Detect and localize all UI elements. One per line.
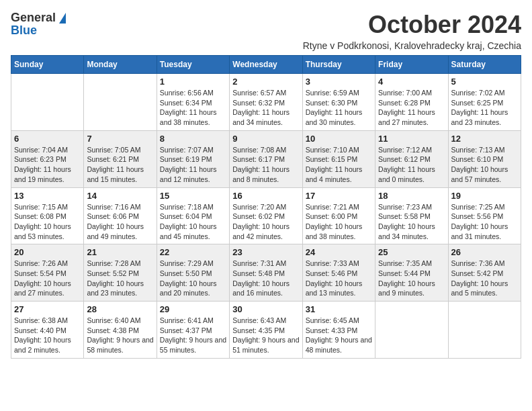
logo-general-text: General: [11, 11, 56, 25]
day-number: 24: [306, 247, 372, 257]
logo-triangle-icon: [59, 13, 66, 24]
calendar-cell: 26Sunrise: 7:36 AM Sunset: 5:42 PM Dayli…: [448, 244, 521, 302]
day-number: 2: [232, 77, 299, 87]
calendar-cell: 20Sunrise: 7:26 AM Sunset: 5:54 PM Dayli…: [11, 244, 84, 302]
calendar-cell: 7Sunrise: 7:05 AM Sunset: 6:21 PM Daylig…: [84, 130, 157, 187]
day-info: Sunrise: 7:04 AM Sunset: 6:23 PM Dayligh…: [14, 145, 81, 185]
day-number: 21: [87, 247, 153, 257]
day-info: Sunrise: 7:10 AM Sunset: 6:15 PM Dayligh…: [306, 145, 372, 185]
calendar-cell: 30Sunrise: 6:43 AM Sunset: 4:35 PM Dayli…: [230, 302, 302, 359]
calendar-header-sunday: Sunday: [11, 56, 84, 74]
calendar-cell: 12Sunrise: 7:13 AM Sunset: 6:10 PM Dayli…: [448, 130, 521, 187]
day-info: Sunrise: 7:16 AM Sunset: 6:06 PM Dayligh…: [87, 202, 153, 242]
day-info: Sunrise: 7:08 AM Sunset: 6:17 PM Dayligh…: [232, 145, 299, 185]
day-info: Sunrise: 7:25 AM Sunset: 5:56 PM Dayligh…: [451, 202, 518, 242]
calendar-cell: [84, 74, 157, 131]
calendar-cell: 19Sunrise: 7:25 AM Sunset: 5:56 PM Dayli…: [448, 187, 521, 244]
day-number: 30: [232, 304, 299, 314]
logo-blue-text: Blue: [11, 24, 37, 38]
day-number: 15: [160, 191, 226, 201]
day-info: Sunrise: 6:57 AM Sunset: 6:32 PM Dayligh…: [232, 88, 299, 128]
day-info: Sunrise: 7:13 AM Sunset: 6:10 PM Dayligh…: [451, 145, 518, 185]
day-number: 14: [87, 191, 153, 201]
calendar-header-row: SundayMondayTuesdayWednesdayThursdayFrid…: [11, 56, 521, 74]
day-info: Sunrise: 7:26 AM Sunset: 5:54 PM Dayligh…: [14, 259, 81, 298]
calendar-cell: 28Sunrise: 6:40 AM Sunset: 4:38 PM Dayli…: [84, 302, 157, 359]
day-number: 17: [306, 191, 372, 201]
calendar-cell: [375, 302, 448, 359]
title-section: October 2024 Rtyne v Podkrkonosi, Kralov…: [303, 11, 521, 51]
day-info: Sunrise: 6:43 AM Sunset: 4:35 PM Dayligh…: [232, 316, 299, 355]
calendar-cell: 4Sunrise: 7:00 AM Sunset: 6:28 PM Daylig…: [375, 74, 448, 131]
calendar-cell: 22Sunrise: 7:29 AM Sunset: 5:50 PM Dayli…: [157, 244, 229, 302]
calendar-cell: 18Sunrise: 7:23 AM Sunset: 5:58 PM Dayli…: [375, 187, 448, 244]
calendar-cell: 17Sunrise: 7:21 AM Sunset: 6:00 PM Dayli…: [302, 187, 375, 244]
day-info: Sunrise: 6:59 AM Sunset: 6:30 PM Dayligh…: [306, 88, 372, 128]
calendar-cell: 13Sunrise: 7:15 AM Sunset: 6:08 PM Dayli…: [11, 187, 84, 244]
day-info: Sunrise: 6:41 AM Sunset: 4:37 PM Dayligh…: [160, 316, 226, 355]
day-number: 16: [232, 191, 299, 201]
calendar-cell: 24Sunrise: 7:33 AM Sunset: 5:46 PM Dayli…: [302, 244, 375, 302]
calendar-week-row: 20Sunrise: 7:26 AM Sunset: 5:54 PM Dayli…: [11, 244, 521, 302]
day-number: 26: [451, 247, 518, 257]
calendar-cell: [448, 302, 521, 359]
day-info: Sunrise: 7:21 AM Sunset: 6:00 PM Dayligh…: [306, 202, 372, 242]
day-number: 7: [87, 134, 153, 144]
day-number: 12: [451, 134, 518, 144]
day-info: Sunrise: 6:38 AM Sunset: 4:40 PM Dayligh…: [14, 316, 81, 355]
day-info: Sunrise: 7:12 AM Sunset: 6:12 PM Dayligh…: [378, 145, 445, 185]
day-info: Sunrise: 7:29 AM Sunset: 5:50 PM Dayligh…: [160, 259, 226, 298]
day-number: 19: [451, 191, 518, 201]
day-info: Sunrise: 7:18 AM Sunset: 6:04 PM Dayligh…: [160, 202, 226, 242]
calendar-cell: 11Sunrise: 7:12 AM Sunset: 6:12 PM Dayli…: [375, 130, 448, 187]
location-subtitle: Rtyne v Podkrkonosi, Kralovehradecky kra…: [303, 40, 521, 51]
calendar-header-tuesday: Tuesday: [157, 56, 229, 74]
calendar-cell: 15Sunrise: 7:18 AM Sunset: 6:04 PM Dayli…: [157, 187, 229, 244]
day-number: 23: [232, 247, 299, 257]
day-number: 27: [14, 304, 81, 314]
day-info: Sunrise: 7:15 AM Sunset: 6:08 PM Dayligh…: [14, 202, 81, 242]
day-number: 29: [160, 304, 226, 314]
calendar-week-row: 6Sunrise: 7:04 AM Sunset: 6:23 PM Daylig…: [11, 130, 521, 187]
calendar-cell: 2Sunrise: 6:57 AM Sunset: 6:32 PM Daylig…: [230, 74, 302, 131]
day-number: 18: [378, 191, 445, 201]
day-number: 13: [14, 191, 81, 201]
calendar-cell: 14Sunrise: 7:16 AM Sunset: 6:06 PM Dayli…: [84, 187, 157, 244]
calendar-week-row: 13Sunrise: 7:15 AM Sunset: 6:08 PM Dayli…: [11, 187, 521, 244]
day-number: 31: [306, 304, 372, 314]
calendar-cell: 1Sunrise: 6:56 AM Sunset: 6:34 PM Daylig…: [157, 74, 229, 131]
day-info: Sunrise: 7:28 AM Sunset: 5:52 PM Dayligh…: [87, 259, 153, 298]
calendar-week-row: 1Sunrise: 6:56 AM Sunset: 6:34 PM Daylig…: [11, 74, 521, 131]
calendar-cell: 3Sunrise: 6:59 AM Sunset: 6:30 PM Daylig…: [302, 74, 375, 131]
calendar-cell: 10Sunrise: 7:10 AM Sunset: 6:15 PM Dayli…: [302, 130, 375, 187]
calendar-header-monday: Monday: [84, 56, 157, 74]
month-title: October 2024: [303, 11, 521, 39]
day-number: 5: [451, 77, 518, 87]
logo: General Blue: [11, 11, 66, 38]
day-info: Sunrise: 7:20 AM Sunset: 6:02 PM Dayligh…: [232, 202, 299, 242]
day-info: Sunrise: 7:07 AM Sunset: 6:19 PM Dayligh…: [160, 145, 226, 185]
day-info: Sunrise: 7:23 AM Sunset: 5:58 PM Dayligh…: [378, 202, 445, 242]
calendar-header-thursday: Thursday: [302, 56, 375, 74]
day-info: Sunrise: 7:36 AM Sunset: 5:42 PM Dayligh…: [451, 259, 518, 298]
day-info: Sunrise: 7:31 AM Sunset: 5:48 PM Dayligh…: [232, 259, 299, 298]
day-number: 6: [14, 134, 81, 144]
calendar-cell: 8Sunrise: 7:07 AM Sunset: 6:19 PM Daylig…: [157, 130, 229, 187]
day-info: Sunrise: 7:05 AM Sunset: 6:21 PM Dayligh…: [87, 145, 153, 185]
day-info: Sunrise: 7:00 AM Sunset: 6:28 PM Dayligh…: [378, 88, 445, 128]
day-number: 20: [14, 247, 81, 257]
calendar-cell: 31Sunrise: 6:45 AM Sunset: 4:33 PM Dayli…: [302, 302, 375, 359]
day-number: 9: [232, 134, 299, 144]
calendar-cell: 27Sunrise: 6:38 AM Sunset: 4:40 PM Dayli…: [11, 302, 84, 359]
calendar-table: SundayMondayTuesdayWednesdayThursdayFrid…: [11, 55, 521, 359]
calendar-cell: 5Sunrise: 7:02 AM Sunset: 6:25 PM Daylig…: [448, 74, 521, 131]
day-info: Sunrise: 6:45 AM Sunset: 4:33 PM Dayligh…: [306, 316, 372, 355]
day-info: Sunrise: 6:56 AM Sunset: 6:34 PM Dayligh…: [160, 88, 226, 128]
calendar-cell: 9Sunrise: 7:08 AM Sunset: 6:17 PM Daylig…: [230, 130, 302, 187]
page-header: General Blue October 2024 Rtyne v Podkrk…: [11, 11, 521, 51]
day-info: Sunrise: 6:40 AM Sunset: 4:38 PM Dayligh…: [87, 316, 153, 355]
day-number: 1: [160, 77, 226, 87]
day-number: 8: [160, 134, 226, 144]
calendar-cell: 25Sunrise: 7:35 AM Sunset: 5:44 PM Dayli…: [375, 244, 448, 302]
day-info: Sunrise: 7:33 AM Sunset: 5:46 PM Dayligh…: [306, 259, 372, 298]
